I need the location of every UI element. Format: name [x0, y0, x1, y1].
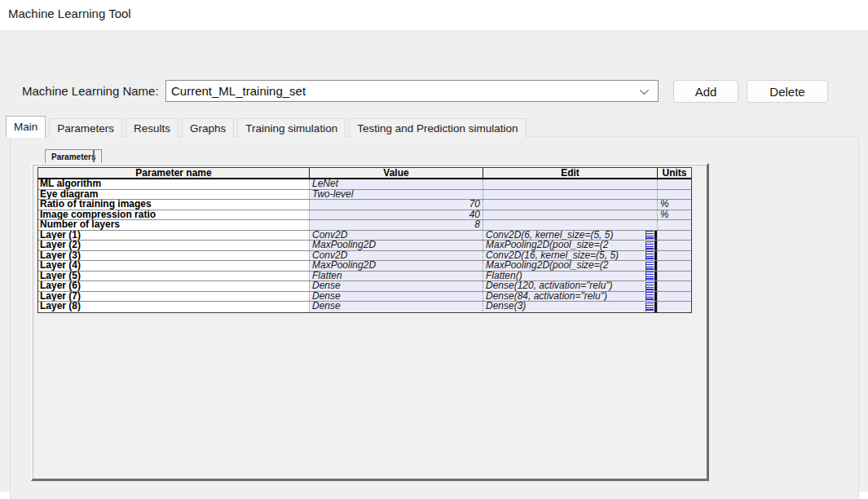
- edit-list-icon[interactable]: [645, 231, 654, 240]
- table-row[interactable]: Layer (8)DenseDense(3): [38, 302, 691, 312]
- param-units-cell: [657, 251, 691, 261]
- table-row[interactable]: Layer (6)DenseDense(120, activation="rel…: [38, 281, 691, 292]
- table-row[interactable]: Layer (5)FlattenFlatten(): [38, 272, 691, 282]
- table-row[interactable]: Layer (2)MaxPooling2DMaxPooling2D(pool_s…: [38, 241, 691, 251]
- param-units-cell: [657, 281, 691, 291]
- param-edit-text: Dense(84, activation="relu"): [486, 292, 607, 302]
- table-row[interactable]: Layer (3)Conv2DConv2D(16, kernel_size=(5…: [38, 251, 691, 262]
- edit-list-icon[interactable]: [645, 241, 654, 250]
- param-units-cell: [657, 179, 691, 189]
- param-edit-text: Dense(3): [486, 302, 526, 311]
- param-value-cell[interactable]: Two-level: [309, 190, 482, 200]
- chevron-down-icon[interactable]: [640, 86, 649, 95]
- table-row[interactable]: ML algorithmLeNet: [38, 179, 691, 190]
- parameter-table-body: ML algorithmLeNetEye diagramTwo-levelRat…: [38, 179, 691, 312]
- param-units-cell: [657, 302, 691, 312]
- param-edit-cell[interactable]: Dense(84, activation="relu"): [482, 292, 657, 302]
- table-row[interactable]: Number of layers8: [38, 220, 691, 231]
- param-edit-text: MaxPooling2D(pool_size=(2: [486, 261, 608, 271]
- param-edit-cell[interactable]: Conv2D(6, kernel_size=(5, 5): [482, 231, 657, 241]
- param-name-cell: Layer (3): [38, 251, 309, 261]
- param-name-cell: Number of layers: [38, 220, 309, 230]
- table-row[interactable]: Layer (7)DenseDense(84, activation="relu…: [38, 292, 691, 302]
- param-value-cell[interactable]: Conv2D: [309, 231, 482, 241]
- param-edit-cell[interactable]: MaxPooling2D(pool_size=(2: [482, 241, 657, 250]
- param-name-cell: Layer (7): [38, 292, 309, 302]
- param-value-cell[interactable]: 70: [309, 200, 482, 210]
- param-value-cell[interactable]: 8: [309, 220, 482, 230]
- column-header-edit[interactable]: Edit: [482, 168, 657, 178]
- edit-list-icon[interactable]: [645, 282, 654, 291]
- edit-list-icon[interactable]: [645, 251, 654, 260]
- param-units-cell: [657, 220, 691, 230]
- table-row[interactable]: Layer (4)MaxPooling2DMaxPooling2D(pool_s…: [38, 261, 691, 272]
- tab-parameters[interactable]: Parameters: [49, 118, 122, 137]
- edit-list-icon[interactable]: [645, 262, 654, 271]
- edit-list-icon[interactable]: [645, 302, 654, 311]
- table-row[interactable]: Image compression ratio40%: [38, 210, 691, 221]
- column-header-units[interactable]: Units: [657, 168, 691, 178]
- title-bar: Machine Learning Tool: [0, 0, 868, 30]
- column-header-parameter-name[interactable]: Parameter name: [38, 168, 309, 178]
- ml-name-combobox[interactable]: Current_ML_training_set: [165, 80, 659, 102]
- machine-learning-tool-window: Machine Learning Tool Machine Learning N…: [0, 0, 868, 499]
- tab-results[interactable]: Results: [126, 118, 178, 137]
- param-value-cell[interactable]: Dense: [309, 292, 482, 302]
- edit-list-icon[interactable]: [645, 272, 654, 280]
- param-value-cell[interactable]: MaxPooling2D: [309, 241, 482, 250]
- parameter-table-header: Parameter name Value Edit Units: [38, 168, 691, 179]
- param-edit-text: Flatten(): [486, 272, 522, 281]
- param-value-cell[interactable]: Flatten: [309, 272, 482, 281]
- param-edit-cell[interactable]: [482, 200, 657, 210]
- param-value-cell[interactable]: Conv2D: [309, 251, 482, 261]
- param-units-cell: [657, 190, 691, 200]
- param-edit-text: Conv2D(16, kernel_size=(5, 5): [486, 251, 619, 261]
- column-header-value[interactable]: Value: [309, 168, 482, 178]
- param-name-cell: Layer (4): [38, 261, 309, 271]
- param-edit-text: Conv2D(6, kernel_size=(5, 5): [486, 231, 613, 241]
- param-units-cell: [657, 241, 691, 250]
- param-name-cell: Layer (6): [38, 281, 309, 291]
- param-edit-cell[interactable]: [482, 210, 657, 220]
- table-row[interactable]: Ratio of training images70%: [38, 200, 691, 210]
- ml-name-value: Current_ML_training_set: [171, 84, 306, 98]
- param-edit-cell[interactable]: Flatten(): [482, 272, 657, 281]
- tab-testing-prediction-simulation[interactable]: Testing and Prediction simulation: [349, 118, 526, 137]
- param-units-cell: [657, 292, 691, 302]
- parameters-panel: Parameter name Value Edit Units ML algor…: [31, 163, 709, 481]
- table-row[interactable]: Layer (1)Conv2DConv2D(6, kernel_size=(5,…: [38, 231, 691, 241]
- param-value-cell[interactable]: LeNet: [309, 179, 482, 189]
- param-edit-cell[interactable]: [482, 220, 657, 230]
- param-edit-cell[interactable]: Dense(3): [482, 302, 657, 312]
- param-name-cell: ML algorithm: [38, 179, 309, 189]
- param-name-cell: Layer (5): [38, 272, 309, 281]
- param-value-cell[interactable]: Dense: [309, 281, 482, 291]
- param-name-cell: Layer (8): [38, 302, 309, 312]
- add-button[interactable]: Add: [673, 80, 738, 103]
- param-value-cell[interactable]: 40: [309, 210, 482, 220]
- parameter-table: Parameter name Value Edit Units ML algor…: [37, 167, 692, 313]
- param-name-cell: Eye diagram: [38, 190, 309, 200]
- tab-graphs[interactable]: Graphs: [182, 118, 234, 137]
- param-units-cell: [657, 231, 691, 241]
- delete-button[interactable]: Delete: [747, 80, 828, 103]
- param-edit-cell[interactable]: [482, 190, 657, 200]
- inner-tab-divider: [93, 150, 95, 162]
- tab-main[interactable]: Main: [6, 116, 46, 138]
- param-edit-cell[interactable]: Conv2D(16, kernel_size=(5, 5): [482, 251, 657, 261]
- window-body: Machine Learning Name: Current_ML_traini…: [0, 30, 868, 492]
- tab-training-simulation[interactable]: Training simulation: [237, 118, 346, 137]
- window-title: Machine Learning Tool: [8, 7, 131, 20]
- param-name-cell: Layer (2): [38, 241, 309, 250]
- param-edit-cell[interactable]: MaxPooling2D(pool_size=(2: [482, 261, 657, 271]
- param-value-cell[interactable]: Dense: [309, 302, 482, 312]
- param-name-cell: Ratio of training images: [38, 200, 309, 210]
- param-edit-cell[interactable]: Dense(120, activation="relu"): [482, 281, 657, 291]
- main-tabbar: Main Parameters Results Graphs Training …: [6, 115, 530, 137]
- param-edit-text: MaxPooling2D(pool_size=(2: [486, 241, 608, 250]
- param-edit-cell[interactable]: [482, 179, 657, 189]
- edit-list-icon[interactable]: [645, 292, 654, 301]
- param-value-cell[interactable]: MaxPooling2D: [309, 261, 482, 271]
- table-row[interactable]: Eye diagramTwo-level: [38, 190, 691, 201]
- param-units-cell: %: [657, 200, 691, 210]
